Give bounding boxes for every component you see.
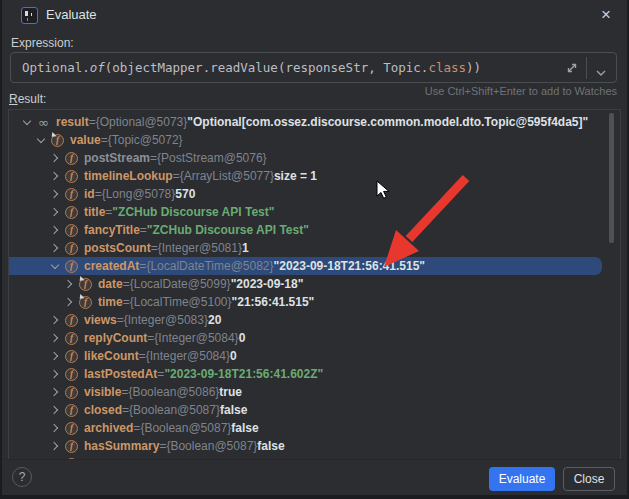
node-text: {Optional@5073} bbox=[96, 115, 188, 129]
node-text: 0 bbox=[239, 331, 246, 345]
node-text: lastPostedAt bbox=[84, 367, 157, 381]
help-button[interactable]: ? bbox=[12, 467, 32, 487]
node-text: {Boolean@5087} bbox=[140, 421, 231, 435]
field-icon: f bbox=[65, 170, 78, 183]
tree-row-time[interactable]: ftime = {LocalTime@5100} "21:56:41.515" bbox=[9, 293, 620, 311]
tree-row-closed[interactable]: fclosed = {Boolean@5087} false bbox=[9, 401, 620, 419]
close-icon[interactable]: × bbox=[595, 4, 617, 26]
chevron-down-icon[interactable] bbox=[19, 114, 35, 130]
node-text: = bbox=[150, 151, 157, 165]
tree-row-postStream[interactable]: fpostStream = {PostStream@5076} bbox=[9, 149, 620, 167]
tree-row-visible[interactable]: fvisible = {Boolean@5086} true bbox=[9, 383, 620, 401]
tree-row-title[interactable]: ftitle = "ZCHub Discourse API Test" bbox=[9, 203, 620, 221]
node-text: = bbox=[123, 295, 130, 309]
node-text: archived bbox=[84, 421, 133, 435]
node-text: postsCount bbox=[84, 241, 151, 255]
node-text: date bbox=[98, 277, 123, 291]
node-text: timelineLookup bbox=[84, 169, 173, 183]
chevron-right-icon[interactable] bbox=[47, 204, 63, 220]
chevron-right-icon[interactable] bbox=[61, 276, 77, 292]
chevron-right-icon[interactable] bbox=[47, 384, 63, 400]
tree-row-createdAt[interactable]: fcreatedAt = {LocalDateTime@5082} "2023-… bbox=[9, 257, 602, 275]
evaluate-button[interactable]: Evaluate bbox=[489, 467, 555, 491]
tree-row-views[interactable]: fviews = {Integer@5083} 20 bbox=[9, 311, 620, 329]
node-text: = bbox=[151, 241, 158, 255]
chevron-right-icon[interactable] bbox=[47, 402, 63, 418]
node-text: {Boolean@5086} bbox=[128, 385, 219, 399]
node-text: = bbox=[140, 223, 147, 237]
node-text: closed bbox=[84, 403, 122, 417]
chevron-down-icon[interactable] bbox=[47, 258, 63, 274]
node-text: = bbox=[139, 259, 146, 273]
node-text: "ZCHub Discourse API Test" bbox=[147, 223, 309, 237]
chevron-right-icon[interactable] bbox=[47, 186, 63, 202]
chevron-right-icon[interactable] bbox=[47, 168, 63, 184]
history-chevron-down-icon[interactable] bbox=[595, 63, 609, 73]
tree-row-value[interactable]: fvalue = {Topic@5072} bbox=[9, 131, 620, 149]
tree-row-date[interactable]: fdate = {LocalDate@5099} "2023-09-18" bbox=[9, 275, 620, 293]
dialog-title: Evaluate bbox=[46, 0, 97, 30]
chevron-right-icon[interactable] bbox=[47, 366, 63, 382]
tree-row-replyCount[interactable]: freplyCount = {Integer@5084} 0 bbox=[9, 329, 620, 347]
chevron-right-icon[interactable] bbox=[47, 240, 63, 256]
result-icon: ∞ bbox=[37, 116, 50, 129]
field-icon: f bbox=[65, 404, 78, 417]
node-text: = bbox=[157, 367, 164, 381]
node-text: "Optional[com.ossez.discourse.common.mod… bbox=[187, 115, 588, 129]
tree-row-archived[interactable]: farchived = {Boolean@5087} false bbox=[9, 419, 620, 437]
expression-input[interactable]: Optional.of(objectMapper.readValue(respo… bbox=[10, 52, 617, 83]
node-text: "2023-09-18" bbox=[231, 277, 304, 291]
field-divider bbox=[586, 57, 587, 79]
node-text: "ZCHub Discourse API Test" bbox=[112, 205, 274, 219]
tree-row-fancyTitle[interactable]: ffancyTitle = "ZCHub Discourse API Test" bbox=[9, 221, 620, 239]
field-icon: f bbox=[65, 260, 78, 273]
chevron-right-icon[interactable] bbox=[47, 150, 63, 166]
node-text: {Boolean@5087} bbox=[166, 439, 257, 453]
node-text: = bbox=[123, 277, 130, 291]
chevron-right-icon[interactable] bbox=[61, 294, 77, 310]
chevron-down-icon[interactable] bbox=[33, 132, 49, 148]
tree-row-timelineLookup[interactable]: ftimelineLookup = {ArrayList@5077} size … bbox=[9, 167, 620, 185]
node-text: id bbox=[84, 187, 95, 201]
chevron-right-icon[interactable] bbox=[47, 330, 63, 346]
node-text: = bbox=[139, 349, 146, 363]
field-icon: f bbox=[65, 422, 78, 435]
node-text: false bbox=[257, 439, 284, 453]
tree-row-postsCount[interactable]: fpostsCount = {Integer@5081} 1 bbox=[9, 239, 620, 257]
chevron-right-icon[interactable] bbox=[47, 312, 63, 328]
node-text: {LocalDate@5099} bbox=[130, 277, 231, 291]
tree-row-hasSummary[interactable]: fhasSummary = {Boolean@5087} false bbox=[9, 437, 620, 455]
node-text: 0 bbox=[230, 349, 237, 363]
node-text: value bbox=[70, 133, 101, 147]
node-text: likeCount bbox=[84, 349, 139, 363]
tree-row-result[interactable]: ∞result = {Optional@5073} "Optional[com.… bbox=[9, 113, 620, 131]
chevron-right-icon[interactable] bbox=[47, 348, 63, 364]
scrollbar-thumb[interactable] bbox=[609, 113, 614, 243]
node-text: {Integer@5084} bbox=[146, 349, 230, 363]
node-text: title bbox=[84, 205, 105, 219]
node-text: postStream bbox=[84, 151, 150, 165]
node-text: = bbox=[117, 313, 124, 327]
node-text: result bbox=[56, 115, 89, 129]
result-tree[interactable]: ∞result = {Optional@5073} "Optional[com.… bbox=[8, 109, 621, 460]
field-icon: f bbox=[65, 188, 78, 201]
chevron-right-icon[interactable] bbox=[47, 438, 63, 454]
field-icon: f bbox=[65, 206, 78, 219]
close-button[interactable]: Close bbox=[563, 467, 615, 491]
chevron-right-icon[interactable] bbox=[47, 222, 63, 238]
code-segment: class bbox=[428, 60, 466, 75]
code-segment: of bbox=[90, 60, 105, 75]
tree-row-id[interactable]: fid = {Long@5078} 570 bbox=[9, 185, 620, 203]
tree-row-lastPostedAt[interactable]: flastPostedAt = "2023-09-18T21:56:41.602… bbox=[9, 365, 620, 383]
expression-code[interactable]: Optional.of(objectMapper.readValue(respo… bbox=[22, 53, 481, 82]
tree-row-likeCount[interactable]: flikeCount = {Integer@5084} 0 bbox=[9, 347, 620, 365]
field-arrow-icon: f bbox=[51, 134, 64, 147]
node-text: {LocalDateTime@5082} bbox=[146, 259, 273, 273]
field-icon: f bbox=[65, 368, 78, 381]
evaluate-dialog: Evaluate × Expression: Optional.of(objec… bbox=[2, 0, 627, 495]
node-text: {PostStream@5076} bbox=[157, 151, 267, 165]
dialog-footer: ? Evaluate Close bbox=[2, 459, 627, 495]
expand-editor-icon[interactable] bbox=[564, 60, 580, 76]
chevron-right-icon[interactable] bbox=[47, 420, 63, 436]
dialog-titlebar: Evaluate × bbox=[2, 0, 627, 30]
